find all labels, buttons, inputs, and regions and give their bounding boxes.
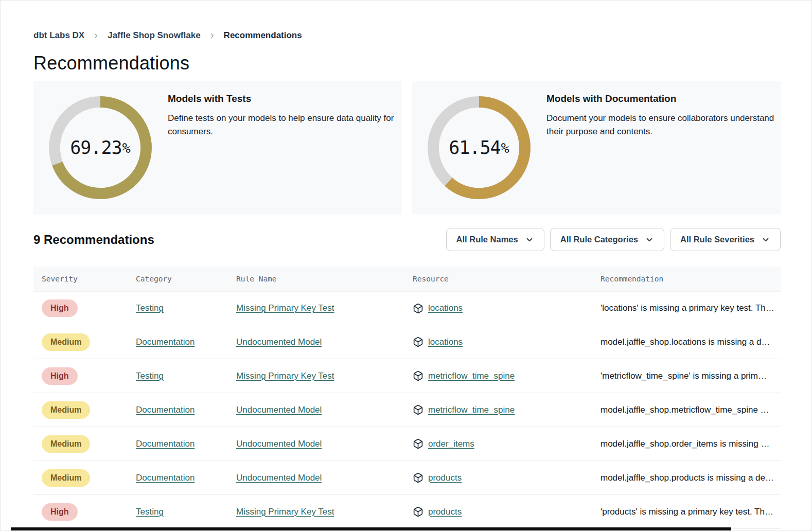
documentation-percentage: 61.54% <box>423 92 535 204</box>
resource-link[interactable]: order_items <box>428 439 474 449</box>
severity-badge: High <box>42 299 78 317</box>
model-cube-icon <box>413 472 423 483</box>
chevron-down-icon <box>645 235 654 244</box>
resource-link[interactable]: products <box>428 473 462 483</box>
recommendation-text: model.jaffle_shop.products is missing a … <box>601 473 781 483</box>
table-row: Medium Documentation Undocumented Model … <box>33 461 781 495</box>
model-cube-icon <box>413 404 423 415</box>
table-row: Medium Documentation Undocumented Model … <box>33 427 781 461</box>
recommendation-text: model.jaffle_shop.metricflow_time_spine … <box>601 405 776 415</box>
resource-link[interactable]: metricflow_time_spine <box>428 371 515 381</box>
breadcrumb-item-current: Recommendations <box>224 30 302 41</box>
list-header: 9 Recommendations All Rule Names All Rul… <box>33 228 781 251</box>
chevron-right-icon <box>92 32 100 40</box>
bottom-progress-bar <box>11 527 731 530</box>
table-row: High Testing Missing Primary Key Test me… <box>33 359 781 393</box>
rule-name-link[interactable]: Undocumented Model <box>236 439 322 449</box>
severity-badge: High <box>42 503 78 521</box>
table-row: High Testing Missing Primary Key Test pr… <box>33 495 781 529</box>
rule-name-link[interactable]: Missing Primary Key Test <box>236 507 334 517</box>
page-title: Recommendations <box>33 52 781 75</box>
severity-badge: Medium <box>42 469 90 487</box>
rule-names-filter-dropdown[interactable]: All Rule Names <box>446 228 544 251</box>
severity-badge: Medium <box>42 401 90 419</box>
category-link[interactable]: Testing <box>136 371 164 381</box>
recommendation-text: model.jaffle_shop.order_items is missing… <box>601 439 777 449</box>
recommendation-text: 'metricflow_time_spine' is missing a pri… <box>601 371 774 381</box>
resource-link[interactable]: metricflow_time_spine <box>428 405 515 415</box>
card-title-models-with-tests: Models with Tests <box>168 93 410 104</box>
column-header-rule-name: Rule Name <box>228 275 404 283</box>
recommendation-text: 'locations' is missing a primary key tes… <box>601 303 781 313</box>
column-header-severity: Severity <box>33 275 128 283</box>
card-title-models-with-documentation: Models with Documentation <box>546 93 788 104</box>
recommendations-count: 9 Recommendations <box>33 233 154 247</box>
model-cube-icon <box>413 337 423 347</box>
model-cube-icon <box>413 370 423 381</box>
rule-name-link[interactable]: Undocumented Model <box>236 473 322 483</box>
metric-cards: 69.23% Models with Tests Define tests on… <box>33 81 781 215</box>
recommendation-text: model.jaffle_shop.locations is missing a… <box>601 337 777 347</box>
recommendation-text: 'products' is missing a primary key test… <box>601 507 781 517</box>
severity-badge: Medium <box>42 435 90 453</box>
category-link[interactable]: Documentation <box>136 405 195 415</box>
card-description: Define tests on your models to help ensu… <box>168 112 400 138</box>
card-description: Document your models to ensure collabora… <box>546 112 779 138</box>
category-link[interactable]: Testing <box>136 507 164 517</box>
chevron-right-icon <box>208 32 216 40</box>
severity-badge: High <box>42 367 78 385</box>
table-header: Severity Category Rule Name Resource Rec… <box>33 267 781 291</box>
rule-name-link[interactable]: Missing Primary Key Test <box>236 303 334 313</box>
filter-bar: All Rule Names All Rule Categories All R… <box>446 228 781 251</box>
category-link[interactable]: Documentation <box>136 439 195 449</box>
rule-categories-filter-dropdown[interactable]: All Rule Categories <box>550 228 664 251</box>
resource-link[interactable]: locations <box>428 337 463 347</box>
category-link[interactable]: Documentation <box>136 473 195 483</box>
rule-name-link[interactable]: Undocumented Model <box>236 337 322 347</box>
resource-link[interactable]: products <box>428 507 462 517</box>
rule-severities-filter-dropdown[interactable]: All Rule Severities <box>670 228 781 251</box>
breadcrumb-item-account[interactable]: dbt Labs DX <box>33 30 84 41</box>
category-link[interactable]: Testing <box>136 303 164 313</box>
recommendations-page: dbt Labs DX Jaffle Shop Snowflake Recomm… <box>1 1 812 529</box>
chevron-down-icon <box>761 235 770 244</box>
category-link[interactable]: Documentation <box>136 337 195 347</box>
table-row: Medium Documentation Undocumented Model … <box>33 325 781 359</box>
table-row: High Testing Missing Primary Key Test lo… <box>33 291 781 325</box>
breadcrumb-item-project[interactable]: Jaffle Shop Snowflake <box>108 30 200 41</box>
model-cube-icon <box>413 303 423 314</box>
recommendations-table: Severity Category Rule Name Resource Rec… <box>33 267 781 529</box>
column-header-recommendation: Recommendation <box>592 275 781 283</box>
model-cube-icon <box>413 506 423 517</box>
model-cube-icon <box>413 438 423 449</box>
severity-badge: Medium <box>42 333 90 351</box>
tests-percentage: 69.23% <box>44 92 156 204</box>
resource-link[interactable]: locations <box>428 303 463 313</box>
breadcrumb: dbt Labs DX Jaffle Shop Snowflake Recomm… <box>33 30 781 41</box>
tests-donut-chart: 69.23% <box>44 92 156 204</box>
rule-name-link[interactable]: Missing Primary Key Test <box>236 371 334 381</box>
rule-name-link[interactable]: Undocumented Model <box>236 405 322 415</box>
models-with-documentation-card: 61.54% Models with Documentation Documen… <box>412 81 781 215</box>
column-header-resource: Resource <box>404 275 592 283</box>
models-with-tests-card: 69.23% Models with Tests Define tests on… <box>33 81 402 215</box>
table-row: Medium Documentation Undocumented Model … <box>33 393 781 427</box>
documentation-donut-chart: 61.54% <box>423 92 535 204</box>
chevron-down-icon <box>525 235 534 244</box>
column-header-category: Category <box>128 275 228 283</box>
